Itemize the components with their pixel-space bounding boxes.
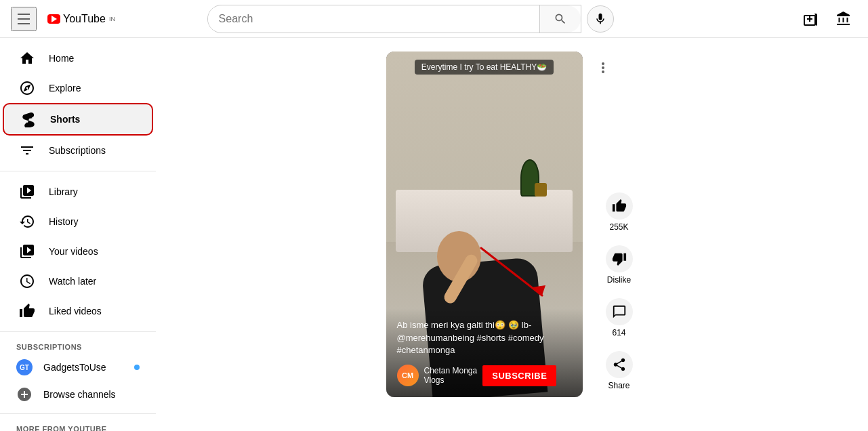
comment-count: 614	[612, 328, 625, 337]
sidebar-item-shorts[interactable]: Shorts	[3, 103, 153, 136]
shorts-icon	[20, 111, 37, 127]
main-content: Everytime I try To eat HEALTHY🥗 Ab isme …	[156, 38, 868, 431]
liked-videos-icon	[19, 303, 35, 319]
apps-button[interactable]	[830, 5, 857, 33]
create-icon	[803, 11, 819, 27]
search-input[interactable]	[208, 7, 539, 30]
add-channels-icon	[16, 386, 33, 403]
subscription-item-gadgetstouse[interactable]: GT GadgetsToUse	[0, 354, 156, 381]
actions-sidebar: 255K Dislike	[600, 52, 638, 396]
red-arrow-annotation	[474, 241, 562, 309]
sidebar-item-liked-videos[interactable]: Liked videos	[3, 296, 153, 326]
subscriptions-icon	[19, 142, 35, 159]
mic-icon	[594, 12, 607, 26]
hamburger-menu-button[interactable]	[11, 7, 37, 31]
video-bottom-overlay: Ab isme meri kya galti thi😳 🥹 Ib- @mereh…	[386, 308, 583, 397]
like-icon	[612, 199, 627, 213]
dislike-icon	[612, 251, 627, 266]
shorts-container: Everytime I try To eat HEALTHY🥗 Ab isme …	[386, 52, 638, 397]
like-button[interactable]: 255K	[600, 187, 638, 237]
sidebar-item-subscriptions-label: Subscriptions	[49, 145, 106, 156]
browse-channels-label: Browse channels	[43, 389, 116, 400]
dislike-button[interactable]: Dislike	[600, 240, 638, 290]
more-from-youtube-label: MORE FROM YOUTUBE	[0, 419, 156, 431]
channel-name-line1: Chetan Monga	[424, 366, 478, 375]
browse-channels-item[interactable]: Browse channels	[0, 381, 156, 408]
channel-avatar: CM	[397, 365, 419, 386]
your-videos-icon	[19, 243, 35, 260]
sidebar-item-library[interactable]: Library	[3, 177, 153, 207]
video-channel-row: CM Chetan Monga Vlogs SUBSCRIBE	[397, 365, 572, 386]
header-center	[207, 5, 614, 33]
sidebar-item-explore[interactable]: Explore	[3, 73, 153, 103]
sidebar-divider-3	[0, 413, 156, 414]
sidebar-item-library-label: Library	[49, 186, 78, 197]
more-dot-2	[602, 66, 604, 69]
sidebar-item-watch-later-label: Watch later	[49, 276, 96, 287]
more-options-button[interactable]	[596, 57, 610, 79]
logo-country: IN	[109, 16, 115, 22]
more-dot-3	[602, 70, 604, 73]
share-icon	[612, 357, 627, 372]
pot	[535, 183, 547, 197]
sidebar-item-home-label: Home	[49, 53, 74, 64]
sidebar-item-history[interactable]: History	[3, 207, 153, 237]
dislike-icon-wrapper	[606, 245, 633, 272]
search-bar	[207, 5, 581, 33]
header-right	[798, 5, 857, 33]
logo-text: YouTube	[63, 13, 106, 25]
sidebar: Home Explore Shorts	[0, 38, 156, 431]
video-title-text: Everytime I try To eat HEALTHY🥗	[421, 62, 547, 72]
gadgetstouse-avatar: GT	[16, 359, 33, 375]
home-icon	[19, 50, 35, 66]
play-icon	[51, 16, 57, 22]
main-layout: Home Explore Shorts	[0, 38, 868, 431]
apps-icon	[835, 11, 852, 27]
subscriptions-section-label: SUBSCRIPTIONS	[0, 337, 156, 354]
channel-name: Chetan Monga Vlogs	[424, 366, 478, 385]
sidebar-item-your-videos[interactable]: Your videos	[3, 237, 153, 266]
library-icon	[19, 184, 35, 200]
create-button[interactable]	[798, 5, 825, 33]
video-description: Ab isme meri kya galti thi😳 🥹 Ib- @mereh…	[397, 319, 572, 356]
history-icon	[19, 213, 35, 230]
notification-dot	[134, 365, 140, 370]
comment-icon-wrapper	[606, 298, 633, 325]
header-left: YouTubeIN	[11, 7, 115, 31]
more-dot-1	[602, 62, 604, 65]
youtube-logo-icon	[47, 14, 60, 24]
share-icon-wrapper	[606, 351, 633, 378]
short-video-wrapper: Everytime I try To eat HEALTHY🥗 Ab isme …	[386, 52, 590, 397]
comment-button[interactable]: 614	[600, 293, 638, 343]
share-label: Share	[608, 381, 629, 390]
youtube-logo[interactable]: YouTubeIN	[47, 13, 115, 25]
sidebar-item-liked-videos-label: Liked videos	[49, 306, 102, 316]
header: YouTubeIN	[0, 0, 868, 38]
subscribe-button[interactable]: SUBSCRIBE	[482, 365, 556, 386]
watch-later-icon	[19, 273, 35, 289]
search-icon	[554, 12, 567, 26]
sidebar-item-explore-label: Explore	[49, 83, 81, 94]
video-title-overlay: Everytime I try To eat HEALTHY🥗	[386, 60, 583, 75]
sidebar-item-your-videos-label: Your videos	[49, 246, 98, 257]
sidebar-divider-1	[0, 171, 156, 171]
sidebar-item-subscriptions[interactable]: Subscriptions	[3, 136, 153, 165]
search-button[interactable]	[539, 5, 581, 33]
share-button[interactable]: Share	[600, 346, 638, 396]
sidebar-item-home[interactable]: Home	[3, 43, 153, 73]
channel-initials: CM	[402, 371, 413, 379]
like-icon-wrapper	[606, 192, 633, 220]
comment-icon	[612, 304, 627, 319]
sidebar-item-watch-later[interactable]: Watch later	[3, 266, 153, 296]
channel-name-line2: Vlogs	[424, 375, 478, 385]
sidebar-divider-2	[0, 331, 156, 332]
video-title-tag: Everytime I try To eat HEALTHY🥗	[415, 60, 554, 75]
like-count: 255K	[609, 222, 628, 232]
short-video[interactable]: Everytime I try To eat HEALTHY🥗 Ab isme …	[386, 52, 583, 397]
explore-icon	[19, 80, 35, 96]
svg-line-0	[481, 248, 542, 295]
sidebar-item-history-label: History	[49, 216, 79, 227]
voice-search-button[interactable]	[587, 5, 614, 33]
sidebar-item-shorts-label: Shorts	[50, 114, 80, 125]
gadgetstouse-label: GadgetsToUse	[43, 362, 106, 373]
